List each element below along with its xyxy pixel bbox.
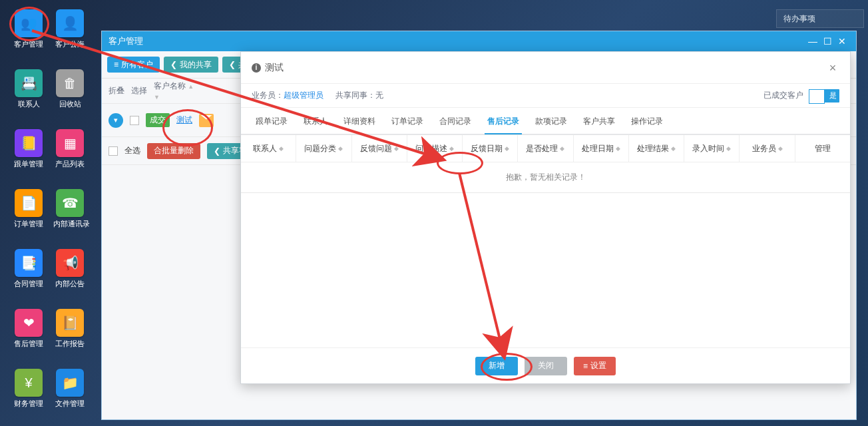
col-header[interactable]: 业务员◆ [740, 135, 795, 162]
share-colleague-value: 无 [375, 90, 383, 101]
col-header[interactable]: 处理结果◆ [629, 135, 684, 162]
fold-header[interactable]: 折叠 [108, 85, 124, 97]
col-header[interactable]: 问题分类◆ [296, 135, 351, 162]
my-share-label: 我的共享 [180, 59, 212, 71]
share-icon: ❮ [214, 146, 220, 156]
tab-2[interactable]: 详细资料 [335, 109, 383, 134]
deal-customer-label: 已成交客户 [763, 90, 803, 101]
detail-tabs: 跟单记录联系人详细资料订单记录合同记录售后记录款项记录客户共享操作记录 [241, 108, 850, 134]
tab-7[interactable]: 客户共享 [575, 109, 623, 134]
minimize-icon[interactable]: — [805, 36, 820, 47]
desktop-icon-label: 联系人 [12, 99, 45, 109]
win2-title-text: 测试 [265, 62, 284, 74]
todo-label: 待办事项 [783, 13, 815, 25]
desktop-icon-label: 客户公海 [53, 39, 87, 49]
empty-message: 抱歉，暂无相关记录！ [241, 162, 850, 192]
desktop-icon-label: 跟单管理 [12, 159, 45, 169]
sort-icon: ◆ [505, 146, 509, 150]
desktop-icon-label: 产品列表 [53, 159, 87, 169]
desktop-icon-7[interactable]: ☎内部通讯录 [53, 189, 87, 229]
desktop-icon-label: 售后管理 [12, 339, 45, 349]
staff-value[interactable]: 超级管理员 [284, 90, 324, 101]
col-header[interactable]: 处理日期◆ [574, 135, 629, 162]
tab-3[interactable]: 订单记录 [383, 109, 431, 134]
app-icon: ☎ [62, 195, 79, 211]
annotation-circle [9, 7, 49, 41]
col-header[interactable]: 录入时间◆ [684, 135, 740, 162]
app-icon: 📔 [62, 315, 79, 331]
desktop-icon-9[interactable]: 📢内部公告 [53, 249, 87, 289]
annotation-circle [162, 109, 213, 146]
all-customers-label: 所有客户 [121, 59, 153, 71]
select-header[interactable]: 选择 [131, 85, 147, 97]
all-customers-button[interactable]: ≡所有客户 [107, 57, 160, 73]
desktop-icon-5[interactable]: ▦产品列表 [53, 129, 87, 169]
desktop-icon-label: 财务管理 [12, 399, 45, 409]
desktop-icon-13[interactable]: 📁文件管理 [53, 369, 87, 409]
settings-button[interactable]: ≡ 设置 [574, 357, 616, 375]
desktop-icon-3[interactable]: 🗑回收站 [53, 69, 87, 109]
app-icon: ¥ [25, 375, 32, 391]
desktop-icon-11[interactable]: 📔工作报告 [53, 309, 87, 349]
desktop-icon-6[interactable]: 📄订单管理 [12, 189, 45, 229]
my-share-button[interactable]: ❮我的共享 [164, 57, 218, 73]
deal-toggle[interactable]: 是 [809, 89, 839, 103]
app-icon: 📄 [21, 195, 37, 211]
sort-icon: ◆ [726, 146, 731, 150]
app-icon: 📒 [21, 135, 37, 151]
sort-icon: ◆ [394, 146, 399, 150]
desktop-icon-10[interactable]: ❤售后管理 [12, 309, 45, 349]
win2-subheader: 业务员： 超级管理员 共享同事： 无 已成交客户 是 [241, 84, 850, 108]
share-icon: ❮ [170, 60, 177, 69]
win1-titlebar: 客户管理 — ☐ ✕ [102, 31, 856, 51]
desktop-icon-1[interactable]: 👤客户公海 [53, 9, 87, 49]
toggle-text: 是 [829, 91, 837, 101]
desktop-icon-4[interactable]: 📒跟单管理 [12, 129, 45, 169]
app-icon: 👤 [62, 15, 79, 31]
app-icon: ❤ [23, 315, 35, 331]
win2-title: i 测试 [252, 62, 284, 74]
name-header[interactable]: 客户名称 ▲▼ [154, 81, 194, 101]
staff-label: 业务员： [252, 90, 284, 101]
window-customer-detail: i 测试 × 业务员： 超级管理员 共享同事： 无 已成交客户 是 跟单记录联系… [240, 51, 851, 384]
desktop-icon-label: 内部通讯录 [53, 219, 87, 229]
close-icon[interactable]: ✕ [835, 36, 849, 47]
col-header[interactable]: 是否处理◆ [518, 135, 573, 162]
desktop-icon-8[interactable]: 📑合同管理 [12, 249, 45, 289]
desktop-icon-12[interactable]: ¥财务管理 [12, 369, 45, 409]
sort-icon: ◆ [616, 146, 620, 150]
row-checkbox[interactable] [130, 116, 139, 125]
sort-icon: ◆ [671, 146, 676, 150]
desktop-icon-label: 内部公告 [53, 279, 87, 289]
app-icon: 📢 [62, 255, 79, 271]
expand-icon[interactable]: ▾ [108, 113, 123, 128]
select-all-checkbox[interactable] [108, 146, 118, 156]
tab-4[interactable]: 合同记录 [431, 109, 479, 134]
col-header[interactable]: 反馈问题◆ [352, 135, 407, 162]
tab-0[interactable]: 跟单记录 [248, 109, 296, 134]
tab-8[interactable]: 操作记录 [623, 109, 671, 134]
tab-5[interactable]: 售后记录 [479, 109, 527, 134]
close-icon[interactable]: × [826, 61, 839, 75]
desktop-icon-label: 合同管理 [12, 279, 45, 289]
info-icon: i [252, 63, 261, 73]
win1-title: 客户管理 [108, 35, 143, 47]
maximize-icon[interactable]: ☐ [820, 36, 835, 47]
sort-icon: ◆ [560, 146, 564, 150]
desktop-icon-2[interactable]: 📇联系人 [12, 69, 45, 109]
annotation-circle [437, 152, 483, 174]
list-icon: ≡ [583, 361, 588, 371]
app-icon: 📑 [21, 255, 37, 271]
annotation-circle [481, 353, 533, 381]
win2-header: i 测试 × [241, 52, 850, 84]
win2-footer: 新增 关闭 ≡ 设置 [241, 347, 850, 383]
tab-6[interactable]: 款项记录 [527, 109, 575, 134]
desktop-icon-label: 文件管理 [53, 399, 87, 409]
tab-1[interactable]: 联系人 [296, 109, 335, 134]
col-header[interactable]: 管理 [795, 135, 850, 162]
list-icon: ≡ [114, 60, 118, 69]
share-icon: ❮ [229, 60, 236, 69]
col-header[interactable]: 联系人◆ [241, 135, 296, 162]
select-all-label: 全选 [124, 145, 140, 156]
app-icon: 📁 [62, 375, 79, 391]
